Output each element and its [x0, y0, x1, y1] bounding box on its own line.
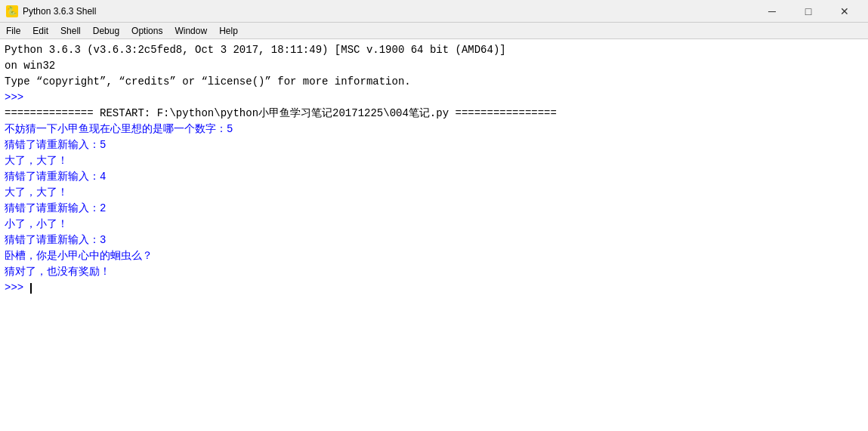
minimize-button[interactable]: ─	[755, 0, 789, 23]
app-icon: 🐍	[6, 5, 18, 17]
window-title: Python 3.6.3 Shell	[23, 6, 755, 17]
title-bar: 🐍 Python 3.6.3 Shell ─ □ ✕	[0, 0, 868, 23]
menu-edit[interactable]: Edit	[26, 23, 54, 38]
output-line-7: 猜错了请重新输入：3	[5, 232, 863, 248]
output-line-5: 猜错了请重新输入：2	[5, 201, 863, 217]
output-line-1: 猜错了请重新输入：5	[5, 137, 863, 153]
shell-output[interactable]: Python 3.6.3 (v3.6.3:2c5fed8, Oct 3 2017…	[0, 39, 868, 431]
close-button[interactable]: ✕	[827, 0, 862, 23]
maximize-button[interactable]: □	[791, 0, 826, 23]
menu-bar: File Edit Shell Debug Options Window Hel…	[0, 23, 868, 39]
header-line2: on win32	[5, 58, 863, 74]
output-line-3: 猜错了请重新输入：4	[5, 169, 863, 185]
menu-window[interactable]: Window	[168, 23, 213, 38]
menu-debug[interactable]: Debug	[87, 23, 125, 38]
menu-shell[interactable]: Shell	[54, 23, 87, 38]
output-line-6: 小了，小了！	[5, 217, 863, 232]
menu-file[interactable]: File	[0, 23, 26, 38]
prompt-initial: >>>	[5, 90, 863, 106]
final-prompt-line[interactable]: >>>	[5, 280, 863, 296]
header-line3: Type “copyright”, “credits” or “license(…	[5, 74, 863, 90]
output-line-0: 不妨猜一下小甲鱼现在心里想的是哪一个数字：5	[5, 122, 863, 137]
menu-options[interactable]: Options	[125, 23, 168, 38]
output-line-4: 大了，大了！	[5, 185, 863, 201]
header-line1: Python 3.6.3 (v3.6.3:2c5fed8, Oct 3 2017…	[5, 42, 863, 58]
output-line-9: 猜对了，也没有奖励！	[5, 264, 863, 280]
cursor	[30, 283, 32, 294]
output-line-8: 卧槽，你是小甲心中的蛔虫么？	[5, 248, 863, 264]
window-controls: ─ □ ✕	[755, 0, 862, 23]
separator-line: ============== RESTART: F:\python\python…	[5, 106, 863, 122]
menu-help[interactable]: Help	[213, 23, 244, 38]
output-line-2: 大了，大了！	[5, 153, 863, 169]
final-prompt-text: >>>	[5, 282, 30, 294]
